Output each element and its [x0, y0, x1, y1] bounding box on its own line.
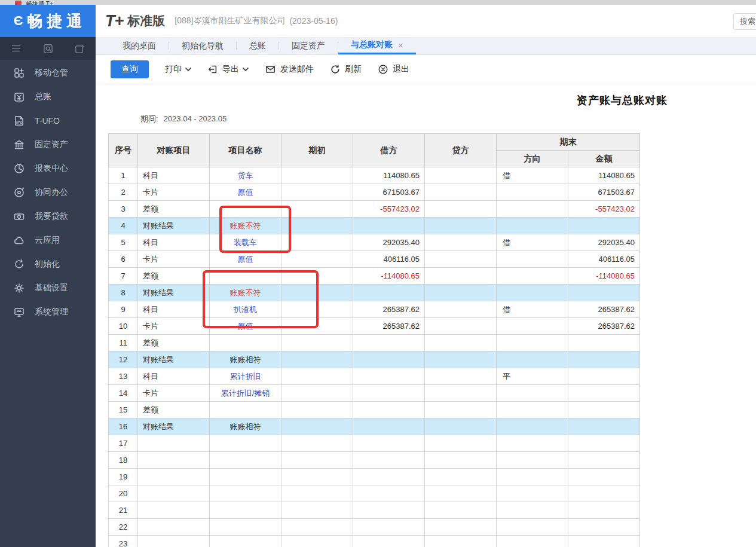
table-row[interactable]: 13科目累计折旧平 — [109, 368, 640, 385]
query-button[interactable]: 查询 — [111, 60, 149, 78]
project-name[interactable]: 货车 — [238, 171, 253, 180]
table-row[interactable]: 19 — [109, 469, 640, 485]
cell-direction: 借 — [497, 167, 568, 184]
cell-begin — [281, 184, 353, 201]
cell-direction — [497, 502, 568, 519]
sidebar-item-basic-settings[interactable]: 基础设置 — [0, 276, 96, 300]
table-row[interactable]: 17 — [109, 435, 640, 452]
send-mail-button[interactable]: 发送邮件 — [265, 64, 314, 75]
table-row[interactable]: 5科目装载车292035.40借292035.40 — [109, 234, 640, 251]
table-row[interactable]: 10卡片原值265387.62265387.62 — [109, 318, 640, 335]
tab-1[interactable]: 我的桌面 — [110, 37, 169, 54]
table-row[interactable]: 20 — [109, 485, 640, 502]
project-name[interactable]: 累计折旧 — [230, 372, 261, 381]
sidebar-item-report-center[interactable]: 报表中心 — [0, 157, 96, 181]
search-button[interactable]: 搜索 — [733, 13, 756, 30]
cell-seq: 15 — [109, 402, 138, 418]
cell-item — [138, 435, 210, 452]
sidebar-item-general-ledger[interactable]: 总账 — [0, 85, 96, 109]
project-name[interactable]: 扒渣机 — [234, 305, 257, 314]
cell-amount: -557423.02 — [568, 201, 640, 218]
cell-name — [210, 502, 281, 519]
doc-search-icon[interactable] — [42, 43, 54, 54]
report-center-icon — [13, 163, 25, 175]
tab-5[interactable]: 与总账对账× — [338, 37, 416, 54]
cell-seq: 23 — [109, 536, 138, 547]
cell-item: 科目 — [138, 368, 210, 385]
export-button[interactable]: 导出 — [207, 64, 249, 75]
chanjet-logo[interactable]: Є 畅捷通 — [0, 5, 96, 37]
table-row[interactable]: 9科目扒渣机265387.62借265387.62 — [109, 301, 640, 318]
cell-amount — [568, 285, 640, 301]
table-row[interactable]: 22 — [109, 519, 640, 536]
tab-3[interactable]: 总账 — [237, 37, 278, 54]
table-row[interactable]: 3差额-557423.02-557423.02 — [109, 201, 640, 218]
cell-amount — [568, 485, 640, 502]
refresh-button[interactable]: 刷新 — [330, 64, 362, 75]
sidebar-item-system-management[interactable]: 系统管理 — [0, 300, 96, 324]
project-name[interactable]: 原值 — [238, 322, 253, 331]
table-row[interactable]: 18 — [109, 452, 640, 469]
table-row[interactable]: 23 — [109, 536, 640, 547]
cell-direction — [497, 402, 568, 418]
sidebar-item-collaboration[interactable]: 协同办公 — [0, 181, 96, 204]
toolbar: 查询 打印 导出 发送邮件 刷新 退出 — [96, 55, 756, 84]
cell-item: 对账结果 — [138, 218, 210, 234]
table-row[interactable]: 7差额-114080.65-114080.65 — [109, 268, 640, 285]
cell-credit — [425, 184, 497, 201]
table-row[interactable]: 15差额 — [109, 402, 640, 418]
exit-button[interactable]: 退出 — [378, 64, 409, 75]
table-row[interactable]: 6卡片原值406116.05406116.05 — [109, 251, 640, 268]
cell-name — [210, 435, 281, 452]
cell-name: 原值 — [210, 251, 281, 268]
reconciliation-table: 序号 对账项目 项目名称 期初 借方 贷方 期末 方向 金额 1科目货车1140… — [108, 133, 640, 547]
t-ufo-icon: UFO — [13, 115, 25, 127]
project-name[interactable]: 原值 — [238, 255, 253, 264]
table-row[interactable]: 14卡片累计折旧/摊销 — [109, 385, 640, 402]
tab-4[interactable]: 固定资产 — [279, 37, 338, 54]
cell-amount — [568, 502, 640, 519]
cell-direction — [497, 251, 568, 268]
sidebar-item-label: 移动仓管 — [35, 68, 68, 78]
cell-credit — [425, 301, 497, 318]
table-row[interactable]: 4对账结果账账不符 — [109, 218, 640, 234]
table-row[interactable]: 1科目货车114080.65借114080.65 — [109, 167, 640, 184]
project-name[interactable]: 累计折旧/摊销 — [221, 389, 270, 398]
project-name[interactable]: 原值 — [238, 188, 253, 197]
project-name[interactable]: 装载车 — [234, 238, 257, 247]
cell-debit: 265387.62 — [353, 318, 425, 335]
cell-debit — [353, 502, 425, 519]
hamburger-menu-icon[interactable] — [10, 43, 22, 54]
cell-amount — [568, 452, 640, 469]
sidebar-item-initialization[interactable]: 初始化 — [0, 252, 96, 276]
cell-debit — [353, 368, 425, 385]
cell-seq: 6 — [109, 251, 138, 268]
table-row[interactable]: 21 — [109, 502, 640, 519]
product-mark: T+ — [105, 12, 123, 30]
table-row[interactable]: 16对账结果账账相符 — [109, 418, 640, 435]
new-window-icon[interactable] — [74, 43, 85, 54]
cell-seq: 19 — [109, 469, 138, 485]
sidebar-item-t-ufo[interactable]: UFOT-UFO — [0, 109, 96, 133]
tab-2[interactable]: 初始化导航 — [169, 37, 236, 54]
sidebar-item-mobile-warehouse[interactable]: 移动仓管 — [0, 61, 96, 85]
cell-amount: 265387.62 — [568, 301, 640, 318]
print-button[interactable]: 打印 — [165, 64, 191, 75]
close-tab-icon[interactable]: × — [398, 41, 403, 50]
cell-begin — [281, 502, 353, 519]
mobile-warehouse-icon — [13, 67, 25, 79]
mail-icon — [265, 64, 276, 75]
sidebar-item-fixed-assets[interactable]: 固定资产 — [0, 133, 96, 157]
col-header-ending: 期末 — [497, 134, 640, 151]
cell-credit — [425, 418, 497, 435]
table-row[interactable]: 11差额 — [109, 335, 640, 352]
table-row[interactable]: 2卡片原值671503.67671503.67 — [109, 184, 640, 201]
sidebar-item-cloud-apps[interactable]: 云应用 — [0, 228, 96, 252]
sidebar-item-label: 云应用 — [35, 235, 60, 246]
sidebar-item-loan[interactable]: 我要贷款 — [0, 204, 96, 228]
cell-seq: 5 — [109, 234, 138, 251]
table-row[interactable]: 12对账结果账账相符 — [109, 352, 640, 368]
table-row[interactable]: 8对账结果账账不符 — [109, 285, 640, 301]
cell-credit — [425, 402, 497, 418]
cell-begin — [281, 218, 353, 234]
